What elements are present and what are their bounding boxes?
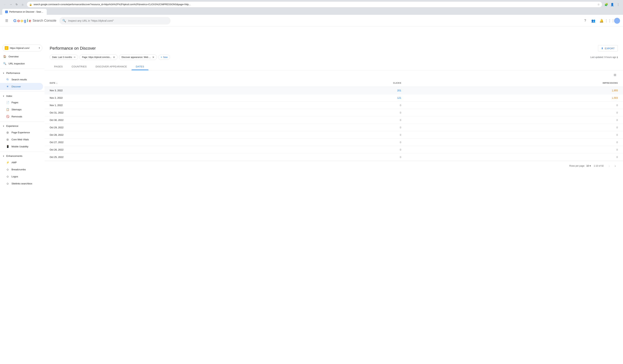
prev-page-button[interactable]: ‹ <box>607 163 612 168</box>
profile-button[interactable]: 👤 <box>610 2 615 7</box>
page-filter-chip[interactable]: Page: https://dykraf.com/sto... ✕ <box>80 54 118 60</box>
page-experience-icon: ◎ <box>6 131 9 134</box>
page-filter-label: Page: https://dykraf.com/sto... <box>82 56 111 59</box>
experience-chevron: ▾ <box>3 125 4 127</box>
sidebar-item-mobile-usability[interactable]: 📱 Mobile Usability <box>0 143 43 150</box>
property-selector[interactable]: G https://dykraf.com/ ▾ <box>2 44 42 51</box>
discover-filter-chip[interactable]: Discover appearance: Web ... ✕ <box>119 54 157 60</box>
impressions-cell: 1,593 <box>406 94 623 102</box>
lock-icon: 🔒 <box>29 3 32 6</box>
table-row[interactable]: Oct 26, 202200 <box>44 146 623 154</box>
pagination-buttons: ‹ › <box>607 163 618 168</box>
impressions-cell: 0 <box>406 102 623 109</box>
experience-section: ▾ Experience ◎ Page Experience ◎ Core We… <box>0 123 44 150</box>
tab-pages[interactable]: PAGES <box>50 63 67 70</box>
performance-section-header[interactable]: ▾ Performance <box>0 70 44 76</box>
star-icon[interactable]: ☆ <box>597 3 600 6</box>
table-row[interactable]: Nov 3, 20222011,955 <box>44 87 623 94</box>
tab-countries[interactable]: COUNTRIES <box>67 63 91 70</box>
share-button[interactable]: 👥 <box>590 17 597 24</box>
sidebar-item-sitemaps[interactable]: 📋 Sitemaps <box>0 106 43 113</box>
next-page-button[interactable]: › <box>613 163 618 168</box>
table-row[interactable]: Nov 1, 202200 <box>44 102 623 109</box>
tab-discover-appearance[interactable]: DISCOVER APPEARANCE <box>91 63 131 70</box>
sidebar-item-logos[interactable]: ◇ Logos <box>0 173 43 180</box>
new-filter-button[interactable]: + New <box>158 55 170 60</box>
sidebar-item-sitelinks-searchbox[interactable]: ◇ Sitelinks searchbox <box>0 180 43 187</box>
date-filter-chip[interactable]: Date: Last 3 months ✏ <box>50 55 78 60</box>
notifications-button[interactable]: 🔔 <box>598 17 605 24</box>
tab-bar: G Performance on Discover - Search Conso… <box>2 9 621 15</box>
sidebar-item-page-experience[interactable]: ◎ Page Experience <box>0 129 43 136</box>
back-button[interactable]: ← <box>2 2 7 7</box>
google-g-red: o <box>17 18 20 23</box>
clicks-column-header[interactable]: Clicks <box>249 79 406 87</box>
index-section-header[interactable]: ▾ Index <box>0 93 44 99</box>
sidebar-divider-2 <box>0 91 44 92</box>
export-button[interactable]: ⬇ EXPORT <box>598 45 618 51</box>
apps-button[interactable]: ⋮⋮⋮ <box>606 17 613 24</box>
date-cell: Nov 1, 2022 <box>44 102 249 109</box>
date-column-header[interactable]: Date ↓ <box>44 79 249 87</box>
info-icon[interactable]: ℹ <box>617 56 618 59</box>
table-container: Date ↓ Clicks Impressions <box>44 79 623 161</box>
date-cell: Oct 26, 2022 <box>44 146 249 154</box>
table-row[interactable]: Oct 29, 202200 <box>44 124 623 131</box>
sidebar-item-search-results[interactable]: G Search results <box>0 76 43 83</box>
sitelinks-icon: ◇ <box>6 182 9 185</box>
address-bar[interactable]: 🔒 search.google.com/search-console/perfo… <box>27 1 602 7</box>
date-cell: Oct 29, 2022 <box>44 124 249 131</box>
hamburger-button[interactable]: ☰ <box>3 17 10 24</box>
more-button[interactable]: ⋮ <box>616 2 621 7</box>
search-bar[interactable]: 🔍 <box>59 17 171 24</box>
clicks-cell: 121 <box>249 94 406 102</box>
table-row[interactable]: Oct 25, 202200 <box>44 154 623 161</box>
removals-label: Removals <box>11 115 22 118</box>
impressions-cell: 1,955 <box>406 87 623 94</box>
rows-per-page-select[interactable]: 10 ▾ <box>586 165 591 167</box>
page-filter-remove[interactable]: ✕ <box>113 56 115 59</box>
sidebar-item-overview[interactable]: 🏠 Overview <box>0 53 43 60</box>
help-button[interactable]: ? <box>581 17 589 24</box>
search-icon: 🔍 <box>62 19 66 22</box>
edit-icon[interactable]: ✏ <box>74 56 76 59</box>
mobile-usability-label: Mobile Usability <box>11 145 28 148</box>
impressions-column-header[interactable]: Impressions <box>406 79 623 87</box>
sidebar-item-url-inspection[interactable]: 🔍 URL inspection <box>0 60 43 67</box>
sidebar-item-breadcrumbs[interactable]: ◇ Breadcrumbs <box>0 166 43 173</box>
rows-value: 10 <box>586 165 589 167</box>
date-cell: Oct 28, 2022 <box>44 131 249 139</box>
experience-section-header[interactable]: ▾ Experience <box>0 123 44 129</box>
filters-row: Date: Last 3 months ✏ Page: https://dykr… <box>44 54 623 63</box>
table-row[interactable]: Oct 30, 202200 <box>44 117 623 124</box>
table-row[interactable]: Nov 2, 20221211,593 <box>44 94 623 102</box>
discover-filter-remove[interactable]: ✕ <box>152 56 155 59</box>
clicks-cell: 0 <box>249 131 406 139</box>
browser-tab[interactable]: G Performance on Discover - Search Conso… <box>2 9 47 15</box>
table-row[interactable]: Oct 27, 202200 <box>44 139 623 146</box>
home-button[interactable]: ⌂ <box>20 2 25 7</box>
date-filter-label: Date: Last 3 months <box>52 56 72 59</box>
sidebar-item-removals[interactable]: 🚫 Removals <box>0 113 43 120</box>
table-row[interactable]: Oct 28, 202200 <box>44 131 623 139</box>
sidebar-item-amp[interactable]: ⚡ AMP <box>0 159 43 166</box>
google-g-blue: G <box>13 18 17 23</box>
removals-icon: 🚫 <box>6 115 9 118</box>
reload-button[interactable]: ↻ <box>14 2 19 7</box>
forward-button[interactable]: → <box>8 2 13 7</box>
index-chevron: ▾ <box>3 95 4 97</box>
enhancements-section-header[interactable]: ▾ Enhancements <box>0 153 44 159</box>
sidebar-divider-1 <box>0 68 44 69</box>
extensions-button[interactable]: 🧩 <box>604 2 609 7</box>
sidebar-item-pages[interactable]: 📄 Pages <box>0 99 43 106</box>
tab-dates[interactable]: DATES <box>132 63 149 70</box>
sidebar-item-core-web-vitals[interactable]: ◎ Core Web Vitals <box>0 136 43 143</box>
inspect-icon: 🔍 <box>3 62 6 65</box>
avatar[interactable] <box>614 18 620 24</box>
search-input[interactable] <box>68 19 168 22</box>
discover-icon: ✳ <box>6 85 9 88</box>
table-filter-button[interactable]: ⊟ <box>612 72 618 78</box>
sidebar-item-discover[interactable]: ✳ Discover <box>0 83 43 90</box>
impressions-cell: 0 <box>406 139 623 146</box>
table-row[interactable]: Oct 31, 202200 <box>44 109 623 117</box>
